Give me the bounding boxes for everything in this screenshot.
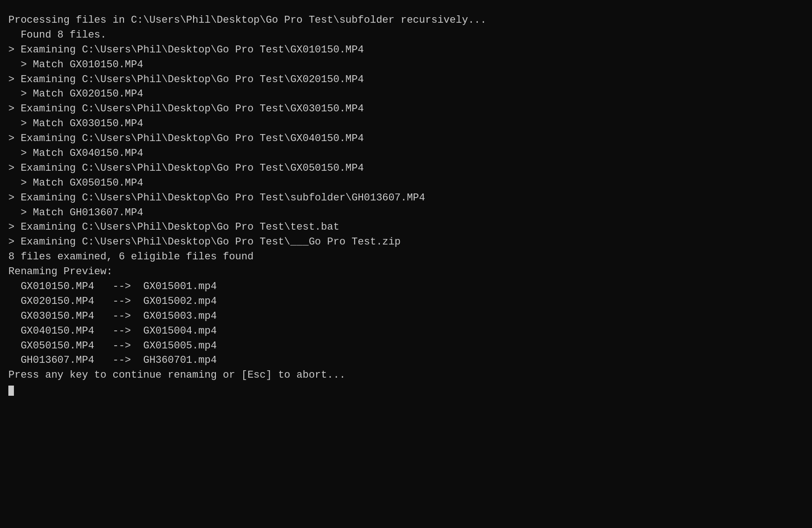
terminal-line: GX050150.MP4 --> GX015005.mp4 xyxy=(8,339,798,354)
terminal-line: > Match GX020150.MP4 xyxy=(8,87,798,102)
terminal-line: > Match GX040150.MP4 xyxy=(8,146,798,161)
terminal-output: Processing files in C:\Users\Phil\Deskto… xyxy=(8,13,798,398)
terminal-line: > Examining C:\Users\Phil\Desktop\Go Pro… xyxy=(8,191,798,206)
terminal-line: > Examining C:\Users\Phil\Desktop\Go Pro… xyxy=(8,235,798,250)
terminal-cursor xyxy=(8,386,14,396)
terminal-line: > Examining C:\Users\Phil\Desktop\Go Pro… xyxy=(8,161,798,176)
terminal-line: > Examining C:\Users\Phil\Desktop\Go Pro… xyxy=(8,72,798,87)
terminal-line: > Examining C:\Users\Phil\Desktop\Go Pro… xyxy=(8,43,798,58)
terminal-line: GX010150.MP4 --> GX015001.mp4 xyxy=(8,279,798,294)
terminal-line: GH013607.MP4 --> GH360701.mp4 xyxy=(8,353,798,368)
terminal-line: Found 8 files. xyxy=(8,28,798,43)
terminal-line: GX030150.MP4 --> GX015003.mp4 xyxy=(8,309,798,324)
terminal-line: > Examining C:\Users\Phil\Desktop\Go Pro… xyxy=(8,220,798,235)
terminal-line: 8 files examined, 6 eligible files found xyxy=(8,250,798,264)
terminal-line: > Examining C:\Users\Phil\Desktop\Go Pro… xyxy=(8,131,798,146)
terminal-cursor-line xyxy=(8,383,798,398)
terminal-line: > Match GX050150.MP4 xyxy=(8,176,798,191)
terminal-line: > Match GX010150.MP4 xyxy=(8,58,798,72)
terminal-line: > Examining C:\Users\Phil\Desktop\Go Pro… xyxy=(8,102,798,116)
terminal-line: Processing files in C:\Users\Phil\Deskto… xyxy=(8,13,798,28)
terminal-line: > Match GX030150.MP4 xyxy=(8,116,798,131)
terminal-line: GX040150.MP4 --> GX015004.mp4 xyxy=(8,324,798,339)
terminal-line: Press any key to continue renaming or [E… xyxy=(8,368,798,383)
terminal-line: Renaming Preview: xyxy=(8,264,798,279)
terminal-line: GX020150.MP4 --> GX015002.mp4 xyxy=(8,294,798,309)
terminal-line: > Match GH013607.MP4 xyxy=(8,206,798,220)
